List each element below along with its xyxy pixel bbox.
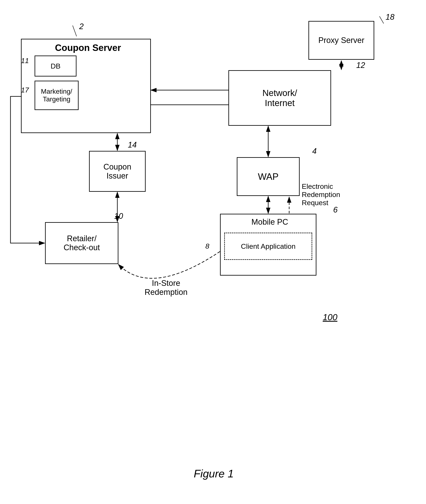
db-label: DB (50, 62, 60, 70)
ref-mobile-pc: 6 (333, 205, 338, 214)
network-internet-box: Network/Internet (228, 70, 331, 126)
in-store-redemption-label: In-StoreRedemption (145, 279, 188, 297)
retailer-checkout-label: Retailer/Check-out (64, 234, 100, 252)
ref-marketing: 17 (21, 86, 29, 94)
proxy-server-label: Proxy Server (318, 36, 364, 45)
ref-network: 12 (356, 61, 365, 70)
coupon-server-label: Coupon Server (55, 43, 121, 53)
electronic-redemption-label: ElectronicRedemptionRequest (302, 182, 340, 207)
ref-db: 11 (21, 57, 29, 65)
db-box: DB (35, 56, 77, 77)
network-internet-label: Network/Internet (262, 88, 297, 108)
wap-label: WAP (258, 171, 279, 182)
ref-proxy-server: 18 (386, 13, 394, 21)
ref-retailer: 10 (114, 212, 123, 221)
coupon-issuer-label: CouponIssuer (103, 163, 131, 180)
diagram: 18 Proxy Server 2 Coupon Server DB 11 Ma… (0, 0, 426, 504)
coupon-issuer-box: CouponIssuer (89, 151, 146, 192)
marketing-targeting-label: Marketing/Targeting (41, 88, 72, 103)
client-application-box: Client Application (224, 233, 312, 260)
ref-wap: 4 (312, 147, 317, 156)
diagram-number: 100 (323, 312, 337, 322)
ref-client-app: 8 (205, 242, 209, 250)
wap-box: WAP (237, 157, 300, 196)
mobile-pc-label: Mobile PC (251, 218, 288, 227)
ref-coupon-issuer: 14 (128, 140, 137, 149)
ref-line-2 (72, 25, 77, 36)
proxy-server-box: Proxy Server (308, 21, 374, 60)
figure-label: Figure 1 (163, 467, 264, 480)
marketing-targeting-box: Marketing/Targeting (35, 81, 78, 110)
ref-line-18 (379, 16, 384, 24)
client-application-label: Client Application (241, 242, 296, 250)
ref-coupon-server: 2 (79, 22, 84, 31)
retailer-checkout-box: Retailer/Check-out (45, 222, 118, 264)
